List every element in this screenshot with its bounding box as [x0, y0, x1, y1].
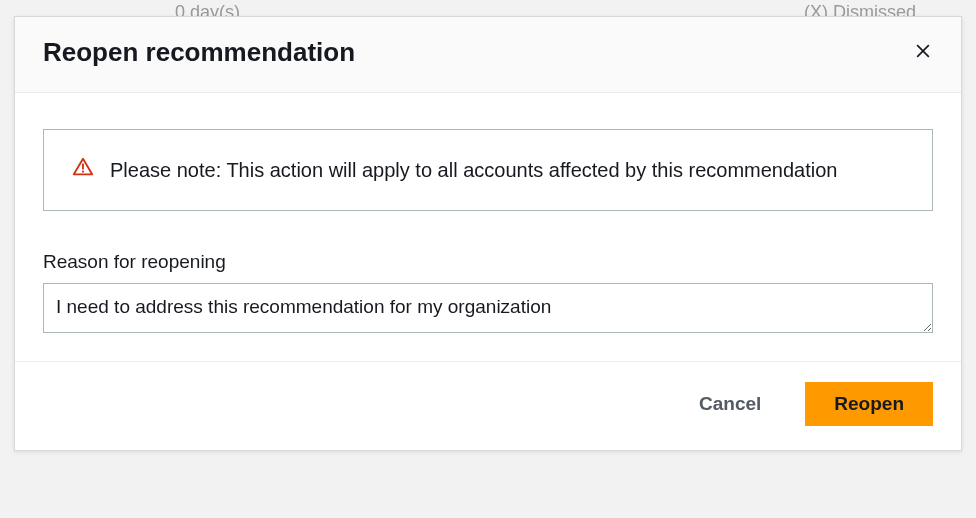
close-button[interactable] [909, 37, 937, 68]
modal-header: Reopen recommendation [15, 17, 961, 93]
modal-footer: Cancel Reopen [15, 361, 961, 450]
reopen-recommendation-modal: Reopen recommendation Please note: This … [14, 16, 962, 451]
alert-box: Please note: This action will apply to a… [43, 129, 933, 211]
cancel-button[interactable]: Cancel [671, 383, 789, 425]
reason-label: Reason for reopening [43, 251, 933, 273]
reason-textarea[interactable] [43, 283, 933, 333]
warning-icon [72, 156, 94, 182]
svg-point-3 [82, 170, 84, 172]
close-icon [913, 41, 933, 64]
modal-body: Please note: This action will apply to a… [15, 93, 961, 361]
reopen-button[interactable]: Reopen [805, 382, 933, 426]
alert-text: Please note: This action will apply to a… [110, 154, 837, 186]
modal-title: Reopen recommendation [43, 37, 355, 68]
